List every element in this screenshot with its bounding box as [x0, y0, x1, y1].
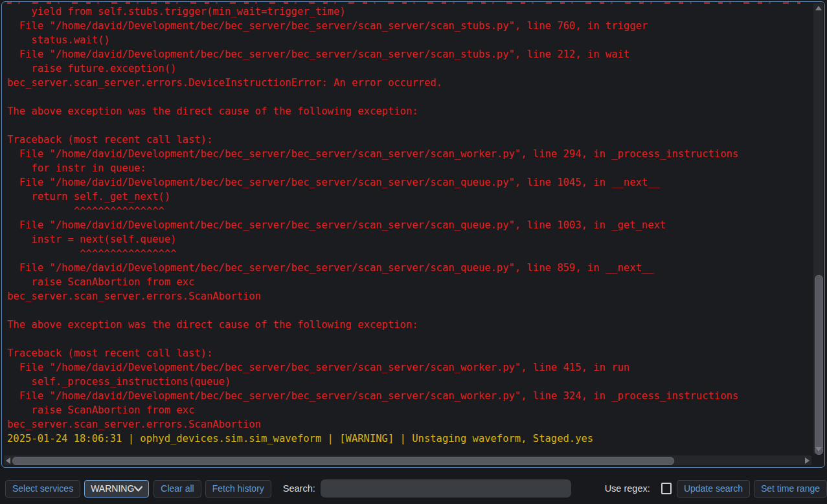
log-line: bec_server.scan_server.errors.ScanAborti… [7, 289, 810, 303]
log-line: The above exception was the direct cause… [7, 104, 810, 118]
chevron-down-icon [134, 486, 142, 492]
search-label: Search: [283, 483, 315, 494]
log-line: Traceback (most recent call last): [7, 133, 810, 147]
log-line: ^^^^^^^^^^^^^^^^ [7, 247, 810, 261]
use-regex-label: Use regex: [605, 483, 650, 494]
log-line: File "/home/david/Development/bec/bec_se… [7, 47, 810, 61]
log-line: File "/home/david/Development/bec/bec_se… [7, 175, 810, 190]
log-line: yield from self.stubs.trigger(min_wait=t… [7, 5, 810, 19]
vertical-scrollbar-thumb[interactable] [815, 275, 823, 455]
log-line: return self._get_next() [7, 190, 810, 204]
log-level-select-value: WARNING [91, 483, 134, 494]
log-line: File "/home/david/Development/bec/bec_se… [7, 218, 810, 232]
horizontal-scrollbar[interactable] [4, 455, 811, 465]
log-line: raise ScanAbortion from exc [7, 275, 810, 289]
log-line: instr = next(self.queue) [7, 232, 810, 247]
log-line: status.wait() [7, 33, 810, 47]
log-line [7, 118, 810, 133]
set-time-range-button[interactable]: Set time range [754, 480, 827, 498]
log-line [7, 332, 810, 346]
log-line: 2025-01-24 18:06:31 | ophyd_devices.sim.… [7, 432, 810, 446]
log-line: File "/home/david/Development/bec/bec_se… [7, 19, 810, 33]
log-line: self._process_instructions(queue) [7, 375, 810, 389]
bottom-toolbar: Select services WARNING Clear all Fetch … [0, 477, 827, 500]
scroll-right-arrow-icon[interactable] [805, 457, 810, 464]
clear-all-button[interactable]: Clear all [153, 480, 201, 498]
update-search-button[interactable]: Update search [677, 480, 750, 498]
vertical-scrollbar[interactable] [813, 3, 823, 454]
fetch-history-button[interactable]: Fetch history [205, 480, 271, 498]
horizontal-scrollbar-thumb[interactable] [12, 457, 674, 465]
clipped-top-log-line [7, 2, 800, 4]
log-line: File "/home/david/Development/bec/bec_se… [7, 147, 810, 161]
log-line: File "/home/david/Development/bec/bec_se… [7, 360, 810, 375]
log-line: File "/home/david/Development/bec/bec_se… [7, 389, 810, 403]
log-output-panel[interactable]: yield from self.stubs.trigger(min_wait=t… [1, 1, 825, 468]
log-line: ^^^^^^^^^^^^^^^ [7, 204, 810, 218]
select-services-button[interactable]: Select services [5, 480, 80, 498]
log-line: File "/home/david/Development/bec/bec_se… [7, 261, 810, 275]
scroll-down-arrow-icon[interactable] [815, 447, 822, 452]
scroll-up-arrow-icon[interactable] [815, 6, 822, 10]
log-line [7, 90, 810, 104]
scroll-left-arrow-icon[interactable] [6, 457, 10, 464]
use-regex-checkbox[interactable] [661, 483, 672, 494]
log-line: The above exception was the direct cause… [7, 318, 810, 332]
log-line: for instr in queue: [7, 161, 810, 175]
log-line: raise future.exception() [7, 61, 810, 76]
log-text-area[interactable]: yield from self.stubs.trigger(min_wait=t… [7, 5, 810, 453]
search-input[interactable] [321, 479, 571, 498]
log-line: bec_server.scan_server.errors.ScanAborti… [7, 417, 810, 432]
log-line [7, 303, 810, 318]
log-line: raise ScanAbortion from exc [7, 403, 810, 417]
log-level-select[interactable]: WARNING [84, 480, 149, 498]
log-line: Traceback (most recent call last): [7, 346, 810, 360]
log-line: bec_server.scan_server.errors.DeviceInst… [7, 76, 810, 90]
